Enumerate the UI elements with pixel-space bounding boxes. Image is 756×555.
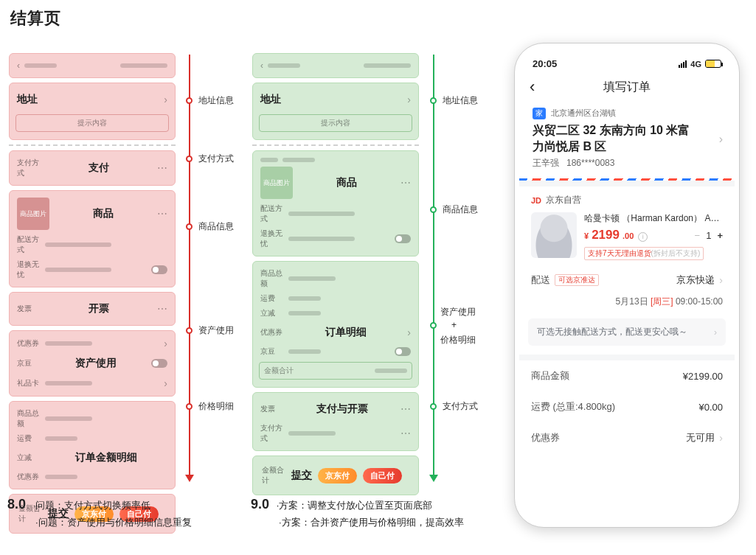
jd-badge: JD bbox=[531, 196, 541, 205]
wf8-hint: 提示内容 bbox=[15, 114, 169, 132]
signal-icon bbox=[679, 60, 687, 68]
price-dec: .00 bbox=[623, 231, 634, 240]
wf9-total: 金额合计 bbox=[262, 465, 285, 486]
back-icon: ‹ bbox=[17, 60, 20, 71]
wf9-pay-title: 支付与开票 bbox=[288, 399, 396, 419]
address-tag: 家 bbox=[533, 108, 546, 119]
chevron-right-icon: › bbox=[164, 338, 167, 349]
info-icon[interactable]: i bbox=[638, 232, 648, 242]
delivery-row[interactable]: 配送 可选京准达 京东快递 › bbox=[519, 260, 735, 296]
amount-goods-value: ¥2199.00 bbox=[683, 371, 723, 382]
status-time: 20:05 bbox=[533, 58, 557, 69]
more-icon: ⋯ bbox=[157, 162, 167, 174]
wf9-amt-disc: 立减 bbox=[260, 308, 284, 318]
address-street: 兴贸二区 32 东南方向 10 米富力尚悦居 B 区 bbox=[533, 122, 699, 154]
annot-9-1: 商品信息 bbox=[430, 203, 478, 216]
qty-minus[interactable]: − bbox=[695, 230, 701, 241]
product-thumb: 商品图片 bbox=[260, 167, 293, 199]
more-icon: ⋯ bbox=[157, 208, 167, 220]
wf9-address-title: 地址 bbox=[260, 90, 281, 109]
annot-9-0: 地址信息 bbox=[430, 94, 478, 107]
delivery-carrier: 京东快递 bbox=[676, 273, 715, 287]
chevron-right-icon: › bbox=[714, 327, 717, 338]
amount-coupon-label: 优惠券 bbox=[531, 431, 560, 444]
chevron-right-icon: › bbox=[164, 94, 167, 105]
wf9-amt-goods: 商品总额 bbox=[260, 268, 284, 289]
wf8-coupon: 优惠券 bbox=[17, 338, 41, 349]
contactless-notice[interactable]: 可选无接触配送方式，配送更安心哦～ › bbox=[528, 318, 726, 346]
toggle bbox=[395, 234, 411, 243]
annot-9-3: + bbox=[430, 320, 457, 330]
more-icon: ⋯ bbox=[400, 403, 411, 415]
shop-name: 京东自营 bbox=[546, 194, 581, 206]
wf9-detail-title: 订单明细 bbox=[288, 323, 403, 342]
wf8-payment-card: 支付方式 支付 ⋯ bbox=[9, 150, 176, 186]
qty-plus[interactable]: + bbox=[717, 230, 723, 241]
toggle bbox=[395, 347, 411, 356]
wf9-amt-ship: 运费 bbox=[260, 293, 284, 304]
address-region: 北京通州区台湖镇 bbox=[551, 108, 616, 117]
price-int: 2199 bbox=[592, 228, 620, 242]
toggle bbox=[151, 265, 167, 274]
page-title: 结算页 bbox=[10, 7, 61, 29]
wf8-asset-title: 资产使用 bbox=[45, 354, 147, 373]
nav-title: 填写订单 bbox=[603, 80, 651, 95]
wf9-invoice-label: 发票 bbox=[260, 404, 284, 414]
more-icon: ⋯ bbox=[157, 303, 167, 315]
product-row[interactable]: 哈曼卡顿 （Harman Kardon） Aura St... ¥ 2199.0… bbox=[531, 212, 723, 260]
delivery-tag: 可选京准达 bbox=[555, 274, 599, 286]
chevron-right-icon: › bbox=[407, 94, 411, 105]
amount-ship-row: 运费 (总重:4.800kg) ¥0.00 bbox=[519, 391, 735, 422]
amount-coupon-row[interactable]: 优惠券 无可用 › bbox=[519, 422, 735, 453]
annot-8-1: 支付方式 bbox=[186, 153, 234, 165]
wf9-pay-card: 发票 支付与开票 ⋯ 支付方式⋯ bbox=[252, 392, 419, 451]
toggle bbox=[151, 359, 167, 368]
wf9-submit-card: 金额合计 提交 京东付 自己付 bbox=[252, 455, 419, 495]
wf8-pay-label: 支付方式 bbox=[17, 158, 41, 178]
address-phone: 186****0083 bbox=[566, 158, 614, 168]
amount-goods-label: 商品金额 bbox=[531, 369, 569, 383]
arrow-8 bbox=[189, 55, 190, 476]
wf8-jingdou: 京豆 bbox=[17, 358, 41, 369]
wireframe-8: ‹ 地址 › 提示内容 支付方式 支付 ⋯ 商品图片 商品 ⋯ 配送方式 退换无… bbox=[9, 53, 176, 538]
product-name: 哈曼卡顿 （Harman Kardon） Aura St... bbox=[584, 212, 723, 225]
annot-9-4: 价格明细 bbox=[440, 334, 476, 346]
wf8-amount-card: 商品总额 运费 立减 订单金额明细 优惠券 bbox=[9, 401, 176, 489]
more-icon: ⋯ bbox=[400, 177, 411, 189]
wf9-pay-label: 支付方式 bbox=[260, 423, 284, 444]
wf9-otherpay: 京东付 bbox=[318, 468, 357, 484]
chevron-right-icon: › bbox=[407, 327, 411, 338]
return-policy-tag: 支持7天无理由退货(拆封后不支持) bbox=[584, 247, 704, 260]
wf8-goods-title: 商品 bbox=[54, 204, 153, 223]
wf8-goods-card: 商品图片 商品 ⋯ 配送方式 退换无忧 bbox=[9, 190, 176, 287]
wf8-address-title: 地址 bbox=[17, 90, 38, 109]
product-block: JD 京东自营 哈曼卡顿 （Harman Kardon） Aura St... … bbox=[519, 186, 735, 260]
wf9-goods-title: 商品 bbox=[297, 173, 396, 192]
nav-bar: ‹ 填写订单 bbox=[519, 72, 735, 102]
wf9-amt-coupon: 优惠券 bbox=[260, 327, 284, 338]
status-bar: 20:05 4G bbox=[519, 49, 735, 72]
wf9-goods-card: 商品图片 商品 ⋯ 配送方式 退换无忧 bbox=[252, 150, 419, 256]
wf9-noworry: 退换无忧 bbox=[260, 228, 284, 249]
product-thumb: 商品图片 bbox=[17, 198, 49, 230]
wf9-detail-card: 商品总额 运费 立减 优惠券 订单明细 › 京豆 金额合计 bbox=[252, 261, 419, 388]
back-button[interactable]: ‹ bbox=[530, 79, 535, 95]
wf9-total-inner: 金额合计 bbox=[264, 366, 294, 376]
wf8-invoice-card: 发票 开票 ⋯ bbox=[9, 292, 176, 326]
wf8-invoice-title: 开票 bbox=[45, 299, 153, 318]
address-block[interactable]: 家 北京通州区台湖镇 兴贸二区 32 东南方向 10 米富力尚悦居 B 区 王辛… bbox=[519, 102, 735, 178]
delivery-window: 5月13日 [周三] 09:00-15:00 bbox=[519, 296, 735, 315]
wf8-invoice-label: 发票 bbox=[17, 304, 41, 314]
address-name: 王辛强 bbox=[533, 158, 559, 168]
notice-text: 可选无接触配送方式，配送更安心哦～ bbox=[537, 326, 687, 338]
status-net: 4G bbox=[690, 60, 701, 69]
wf8-amt-disc: 立减 bbox=[17, 453, 41, 463]
annot-9-5: 支付方式 bbox=[430, 400, 478, 413]
wf8-address-card: 地址 › 提示内容 bbox=[9, 83, 176, 140]
chevron-right-icon: › bbox=[164, 377, 167, 389]
wf8-asset-card: 优惠券› 京豆 资产使用 礼品卡› bbox=[9, 330, 176, 397]
wf8-noworry: 退换无忧 bbox=[17, 259, 41, 280]
amount-goods-row: 商品金额 ¥2199.00 bbox=[519, 360, 735, 391]
chevron-right-icon: › bbox=[719, 432, 723, 444]
price-currency: ¥ bbox=[584, 231, 589, 240]
